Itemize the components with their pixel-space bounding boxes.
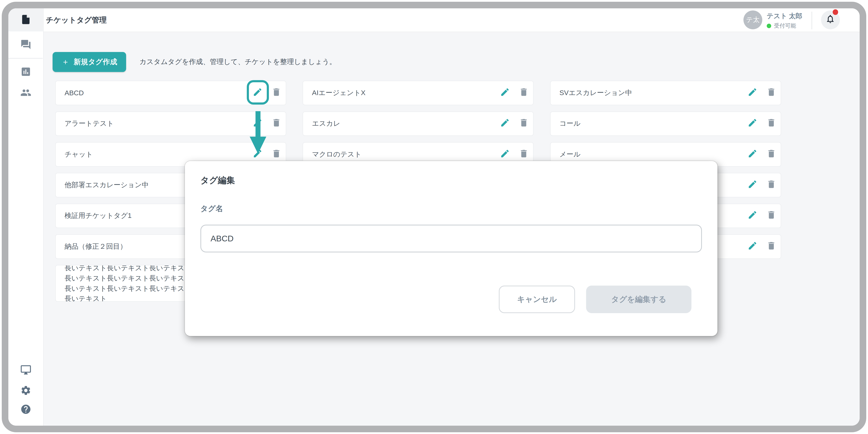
edit-tag-button[interactable] [747, 88, 757, 98]
tag-label: マクロのテスト [303, 150, 533, 159]
pencil-icon [747, 179, 757, 191]
sidebar-item-settings[interactable] [20, 385, 32, 398]
tag-card-actions [747, 143, 776, 166]
document-icon [20, 14, 31, 27]
tag-label: エスカレ [303, 119, 533, 128]
gear-icon [20, 385, 31, 398]
tag-card-actions [747, 173, 776, 197]
tag-card: SVエスカレーション中 [550, 81, 781, 105]
delete-tag-button[interactable] [766, 180, 776, 190]
tag-label: アラートテスト [56, 119, 286, 128]
edit-tag-button[interactable] [253, 149, 262, 159]
trash-icon [766, 118, 776, 129]
tag-name-input[interactable] [200, 225, 702, 252]
tag-card-actions [500, 81, 529, 105]
pencil-icon [747, 149, 757, 160]
edit-tag-button[interactable] [500, 88, 510, 98]
delete-tag-button[interactable] [766, 149, 776, 159]
cancel-button[interactable]: キャンセル [499, 286, 575, 313]
pencil-icon [253, 118, 262, 129]
tag-card-actions [747, 81, 776, 105]
edit-tag-button[interactable] [747, 119, 757, 129]
sidebar-item-chat[interactable] [20, 39, 32, 52]
tag-card-actions [747, 112, 776, 135]
trash-icon [519, 118, 529, 129]
modal-actions: キャンセル タグを編集する [200, 286, 702, 313]
page-description: カスタムタグを作成、管理して、チケットを整理しましょう。 [140, 52, 336, 72]
chat-icon [20, 39, 31, 52]
trash-icon [272, 87, 281, 99]
bell-icon [825, 14, 835, 26]
trash-icon [766, 210, 776, 222]
app-window-frame: チケットタグ管理 テ太 テスト 太郎 受付可能 ＋ 新規タグ [2, 2, 866, 432]
sidebar-item-help[interactable] [20, 404, 32, 416]
submit-edit-tag-button[interactable]: タグを編集する [586, 286, 691, 313]
trash-icon [766, 179, 776, 191]
tag-label: メール [551, 150, 781, 159]
create-tag-button[interactable]: ＋ 新規タグ作成 [53, 52, 126, 72]
trash-icon [766, 241, 776, 252]
avatar[interactable]: テ太 [743, 10, 762, 29]
edit-tag-button[interactable] [500, 119, 510, 129]
tag-label: ABCD [56, 89, 286, 97]
delete-tag-button[interactable] [766, 242, 776, 251]
avatar-initials: テ太 [746, 15, 760, 24]
tag-card: エスカレ [303, 112, 533, 136]
user-status: 受付可能 [767, 22, 802, 30]
tag-card: コール [550, 112, 781, 136]
trash-icon [766, 87, 776, 99]
delete-tag-button[interactable] [766, 211, 776, 221]
people-icon [20, 87, 31, 100]
monitor-icon [20, 364, 31, 377]
tag-label: SVエスカレーション中 [551, 88, 781, 98]
delete-tag-button[interactable] [519, 88, 529, 98]
modal-title: タグ編集 [200, 175, 702, 186]
delete-tag-button[interactable] [519, 149, 529, 159]
edit-tag-button[interactable] [747, 211, 757, 221]
user-name: テスト 太郎 [767, 12, 802, 21]
help-icon [20, 404, 31, 416]
tag-card: AIエージェントX [303, 81, 533, 105]
pencil-icon [747, 118, 757, 129]
edit-tag-button[interactable] [747, 149, 757, 159]
delete-tag-button[interactable] [272, 149, 281, 159]
sidebar [8, 8, 44, 426]
notification-badge [833, 9, 838, 15]
tag-label: AIエージェントX [303, 88, 533, 98]
tag-label: チャット [56, 150, 286, 159]
status-label: 受付可能 [774, 22, 796, 30]
delete-tag-button[interactable] [272, 88, 281, 98]
sidebar-item-workspace[interactable] [20, 365, 32, 377]
tag-card-actions [500, 112, 529, 135]
edit-tag-button[interactable] [253, 88, 262, 98]
tag-card-actions [253, 112, 281, 135]
tag-card-actions [747, 235, 776, 258]
notifications-button[interactable] [821, 10, 840, 29]
sidebar-divider [8, 58, 43, 59]
delete-tag-button[interactable] [766, 88, 776, 98]
edit-tag-button[interactable] [253, 119, 262, 129]
trash-icon [519, 149, 529, 160]
header-divider [811, 12, 812, 29]
delete-tag-button[interactable] [519, 119, 529, 129]
delete-tag-button[interactable] [766, 119, 776, 129]
tag-edit-modal: タグ編集 タグ名 キャンセル タグを編集する [185, 161, 717, 336]
edit-tag-button[interactable] [747, 180, 757, 190]
bar-chart-icon [20, 66, 31, 79]
plus-icon: ＋ [62, 57, 69, 67]
edit-tag-button[interactable] [500, 149, 510, 159]
delete-tag-button[interactable] [272, 119, 281, 129]
pencil-icon [253, 87, 262, 99]
sidebar-item-users[interactable] [20, 88, 32, 100]
pencil-icon [747, 241, 757, 252]
user-info: テスト 太郎 受付可能 [767, 12, 802, 30]
user-cluster: テ太 テスト 太郎 受付可能 [743, 8, 860, 32]
edit-tag-button[interactable] [747, 242, 757, 251]
status-dot-icon [767, 24, 771, 28]
sidebar-item-reports[interactable] [20, 66, 32, 79]
page-title: チケットタグ管理 [46, 8, 107, 32]
tag-name-label: タグ名 [200, 204, 702, 214]
tag-card-actions [747, 204, 776, 228]
pencil-icon [500, 118, 510, 129]
sidebar-item-tickets[interactable] [20, 14, 32, 27]
